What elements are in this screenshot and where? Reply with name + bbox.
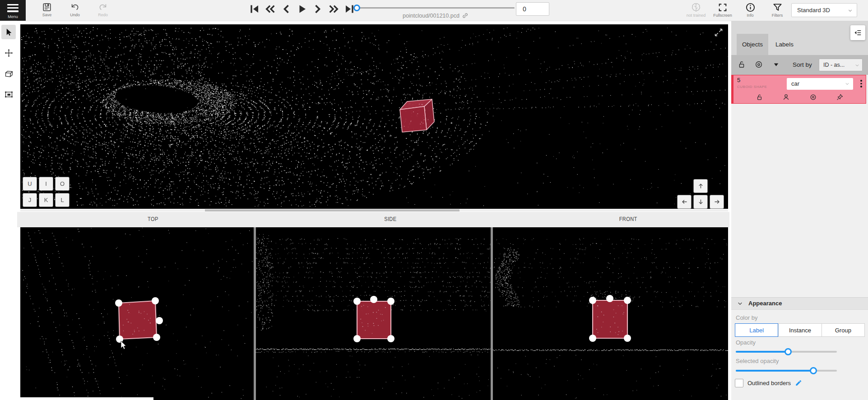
hotkey-i[interactable]: I	[39, 177, 53, 191]
object-list-item-5[interactable]: 5 CUBOID SHAPE car	[731, 75, 866, 104]
panel-tab-bar: Objects Labels	[731, 21, 868, 55]
move-tool-button[interactable]	[1, 46, 16, 60]
next-frame-button[interactable]	[312, 2, 324, 16]
collapse-panel-button[interactable]	[850, 25, 865, 40]
lock-all-button[interactable]	[737, 60, 746, 71]
menu-button[interactable]: Menu	[0, 0, 26, 21]
top-view-canvas[interactable]	[20, 227, 254, 400]
outlined-borders-checkbox[interactable]	[735, 379, 743, 387]
hotkey-l[interactable]: L	[55, 193, 70, 207]
main-view-hscrollbar-thumb[interactable]	[205, 209, 460, 211]
fast-rewind-button[interactable]	[265, 2, 276, 16]
link-icon[interactable]	[462, 12, 469, 19]
filters-label: Filters	[767, 13, 787, 18]
pan-down-button[interactable]	[693, 195, 708, 209]
fullscreen-label: Fullscreen	[713, 13, 733, 18]
fullscreen-button[interactable]: Fullscreen	[713, 1, 733, 21]
top-view-label: TOP	[148, 216, 158, 222]
unlock-icon	[737, 60, 746, 69]
info-icon	[745, 2, 756, 13]
pan-left-button[interactable]	[677, 195, 692, 209]
hotkey-k[interactable]: K	[39, 193, 53, 207]
hotkey-u[interactable]: U	[23, 177, 37, 191]
triangle-down-icon	[773, 61, 780, 68]
undo-button[interactable]: Undo	[65, 1, 85, 21]
undo-icon	[70, 2, 80, 12]
tool-sidebar	[0, 21, 17, 400]
hotkey-j[interactable]: J	[23, 193, 37, 207]
select-tool-button[interactable]	[1, 25, 16, 39]
fast-forward-button[interactable]	[328, 2, 339, 16]
cursor-icon	[5, 28, 13, 37]
unlock-icon	[756, 93, 763, 101]
object-category-select[interactable]: car	[787, 78, 853, 90]
play-button[interactable]	[296, 2, 308, 16]
object-lock-button[interactable]	[756, 93, 763, 101]
color-by-option-label[interactable]: Label	[735, 323, 778, 337]
opacity-slider-handle[interactable]	[784, 348, 792, 355]
edit-pencil-icon[interactable]	[795, 379, 802, 386]
sort-by-label: Sort by	[793, 61, 812, 68]
timeline-slider[interactable]	[357, 7, 515, 9]
pan-right-button[interactable]	[710, 195, 724, 209]
skip-to-start-button[interactable]	[249, 2, 260, 16]
timeline-slider-handle[interactable]	[353, 5, 360, 11]
chevron-down-icon	[847, 8, 853, 14]
object-visibility-button[interactable]	[809, 93, 817, 101]
object-actions	[733, 91, 866, 103]
view-mode-select[interactable]: Standard 3D	[791, 3, 857, 17]
selected-opacity-slider[interactable]	[736, 367, 837, 374]
point-cloud-annotation-app: Menu Save Undo	[0, 0, 868, 400]
main-3d-view-canvas[interactable]	[20, 24, 728, 209]
top-toolbar: Menu Save Undo	[0, 0, 868, 21]
fullscreen-icon	[718, 2, 728, 13]
info-button[interactable]: Info	[740, 1, 760, 21]
chevron-down-icon	[845, 81, 850, 87]
person-icon	[782, 93, 790, 101]
hotkey-o[interactable]: O	[55, 177, 70, 191]
sort-select[interactable]: ID - as...	[819, 59, 863, 71]
filters-button[interactable]: Filters	[767, 1, 787, 21]
redo-label: Redo	[93, 13, 113, 17]
hamburger-icon	[7, 4, 19, 14]
image-region-icon	[4, 90, 14, 99]
eye-icon	[809, 93, 817, 101]
top-view-hscrollbar[interactable]	[20, 397, 153, 400]
collapse-panel-icon	[854, 28, 862, 37]
object-assignee-button[interactable]	[782, 93, 790, 101]
front-view-canvas[interactable]	[493, 227, 728, 400]
right-panel: Objects Labels	[731, 21, 868, 400]
tab-objects[interactable]: Objects	[737, 34, 768, 55]
chevron-down-icon	[737, 301, 743, 307]
selected-opacity-slider-handle[interactable]	[810, 367, 817, 374]
side-view-label: SIDE	[384, 216, 396, 222]
redo-icon	[97, 2, 108, 12]
outlined-borders-label: Outlined borders	[747, 380, 791, 386]
color-by-option-group[interactable]: Group	[822, 323, 865, 337]
outlined-borders-row: Outlined borders	[735, 378, 802, 387]
save-button[interactable]: Save	[37, 1, 57, 21]
main-view-hscrollbar[interactable]	[20, 209, 728, 211]
side-view-canvas[interactable]	[256, 227, 491, 400]
visibility-all-button[interactable]	[754, 60, 763, 71]
opacity-label: Opacity	[736, 339, 756, 346]
not-trained-label: not trained	[684, 13, 708, 18]
pan-up-button[interactable]	[693, 179, 708, 193]
tab-labels[interactable]: Labels	[769, 34, 800, 55]
frame-number-input[interactable]	[516, 2, 549, 16]
previous-frame-button[interactable]	[280, 2, 292, 16]
frame-filename: pointcloud/001210.pcd	[370, 12, 501, 19]
expand-list-button[interactable]	[773, 61, 780, 70]
opacity-slider[interactable]	[736, 348, 837, 355]
object-pin-button[interactable]	[836, 93, 844, 101]
redo-button[interactable]: Redo	[93, 1, 113, 21]
cuboid-tool-button[interactable]	[1, 66, 16, 81]
object-menu-button[interactable]	[858, 78, 864, 90]
expand-view-icon[interactable]	[714, 28, 723, 39]
appearance-section-header[interactable]: Appearance	[731, 297, 868, 310]
image-region-tool-button[interactable]	[1, 87, 16, 101]
object-list-toolbar: Sort by ID - as...	[731, 55, 868, 75]
model-status: not trained	[684, 1, 708, 21]
color-by-option-instance[interactable]: Instance	[778, 323, 821, 337]
undo-label: Undo	[65, 13, 85, 17]
